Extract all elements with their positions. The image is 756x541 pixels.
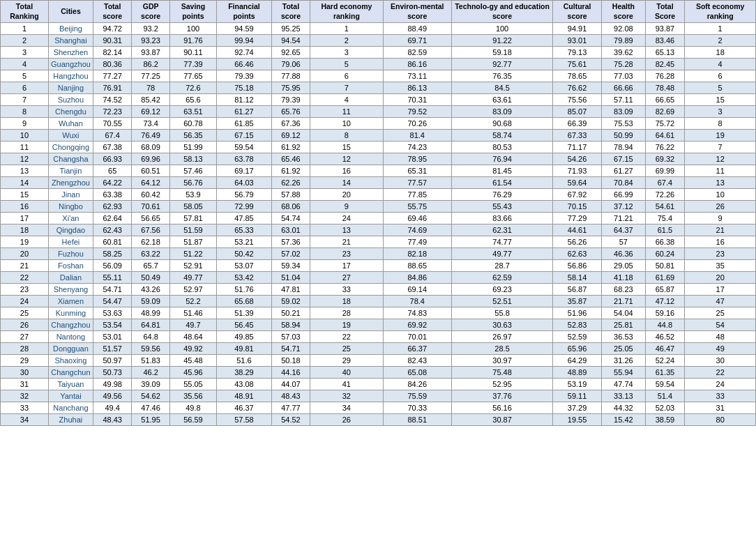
cell-7: 16: [310, 165, 383, 177]
cell-2: 82.14: [93, 47, 132, 59]
city-name: Tianjin: [48, 165, 93, 177]
cell-9: 58.74: [452, 130, 553, 142]
cell-10: 19.55: [553, 414, 602, 426]
cell-3: 51.95: [132, 414, 169, 426]
cell-11: 75.53: [602, 118, 645, 130]
cell-7: 17: [310, 260, 383, 272]
table-row: 16Ningbo62.9370.6158.0572.9968.06955.755…: [1, 201, 756, 213]
city-name: Chengdu: [48, 106, 93, 118]
cell-10: 71.17: [553, 142, 602, 153]
cell-6: 50.21: [271, 307, 310, 319]
cell-6: 54.74: [271, 213, 310, 224]
cell-4: 48.64: [169, 331, 216, 343]
cell-8: 86.16: [383, 59, 452, 70]
cell-5: 50.42: [217, 248, 272, 260]
cell-6: 54.52: [271, 414, 310, 426]
cell-11: 67.15: [602, 153, 645, 165]
city-name: Hangzhou: [48, 70, 93, 82]
cell-11: 39.62: [602, 47, 645, 59]
cell-12: 67.4: [645, 177, 685, 189]
cell-0: 15: [1, 189, 49, 201]
cell-6: 58.94: [271, 319, 310, 331]
cell-10: 56.86: [553, 260, 602, 272]
cell-0: 27: [1, 331, 49, 343]
cell-8: 81.4: [383, 130, 452, 142]
cell-8: 69.92: [383, 319, 452, 331]
cell-6: 61.92: [271, 142, 310, 153]
cell-3: 77.25: [132, 70, 169, 82]
column-header-4: Saving points: [169, 1, 216, 23]
cell-0: 28: [1, 343, 49, 355]
cell-12: 61.5: [645, 224, 685, 236]
cell-10: 44.61: [553, 224, 602, 236]
cell-9: 80.53: [452, 142, 553, 153]
cell-6: 67.36: [271, 118, 310, 130]
cell-7: 18: [310, 296, 383, 307]
table-row: 34Zhuhai48.4351.9556.5957.5854.522688.51…: [1, 414, 756, 426]
cell-5: 66.46: [217, 59, 272, 70]
city-name: Dalian: [48, 272, 93, 284]
cell-10: 52.59: [553, 331, 602, 343]
table-row: 17Xi'an62.6456.6557.8147.8554.742469.468…: [1, 213, 756, 224]
cell-6: 59.34: [271, 260, 310, 272]
column-header-11: Health score: [602, 1, 645, 23]
cell-0: 4: [1, 59, 49, 70]
cell-8: 88.65: [383, 260, 452, 272]
cell-0: 5: [1, 70, 49, 82]
cell-3: 64.8: [132, 331, 169, 343]
cell-0: 30: [1, 367, 49, 379]
cell-10: 93.01: [553, 35, 602, 47]
cell-9: 28.5: [452, 343, 553, 355]
cell-11: 92.08: [602, 23, 645, 35]
cell-0: 18: [1, 224, 49, 236]
cell-7: 22: [310, 331, 383, 343]
cell-8: 78.4: [383, 296, 452, 307]
cell-11: 15.42: [602, 414, 645, 426]
city-name: Shanghai: [48, 35, 93, 47]
cell-9: 49.77: [452, 248, 553, 260]
cell-11: 25.81: [602, 319, 645, 331]
cell-9: 84.5: [452, 82, 553, 94]
city-name: Qingdao: [48, 224, 93, 236]
table-row: 1Beijing94.7293.210094.5995.25188.491009…: [1, 23, 756, 35]
cell-10: 67.92: [553, 189, 602, 201]
cell-11: 21.71: [602, 296, 645, 307]
cell-13: 4: [685, 59, 756, 70]
cell-9: 62.59: [452, 272, 553, 284]
table-row: 29Shaoxing50.9751.8345.4851.650.182982.4…: [1, 355, 756, 367]
cell-4: 45.96: [169, 367, 216, 379]
cell-3: 70.61: [132, 201, 169, 213]
cell-3: 60.51: [132, 165, 169, 177]
cell-4: 49.77: [169, 272, 216, 284]
cell-5: 38.29: [217, 367, 272, 379]
cell-5: 92.74: [217, 47, 272, 59]
city-name: Nanchang: [48, 402, 93, 414]
table-row: 19Hefei60.8162.1851.8753.2157.362177.497…: [1, 236, 756, 248]
column-header-13: Soft economy ranking: [685, 1, 756, 23]
cell-3: 48.99: [132, 307, 169, 319]
cell-5: 56.45: [217, 319, 272, 331]
city-name: Taiyuan: [48, 379, 93, 390]
cell-4: 51.99: [169, 142, 216, 153]
cell-13: 18: [685, 47, 756, 59]
cell-0: 3: [1, 47, 49, 59]
cell-7: 33: [310, 284, 383, 296]
cell-9: 30.87: [452, 414, 553, 426]
cell-8: 82.18: [383, 248, 452, 260]
cell-3: 59.09: [132, 296, 169, 307]
cell-8: 74.83: [383, 307, 452, 319]
cell-7: 13: [310, 224, 383, 236]
cell-9: 30.63: [452, 319, 553, 331]
cell-8: 82.43: [383, 355, 452, 367]
city-name: Fuzhou: [48, 248, 93, 260]
city-name: Nanjing: [48, 82, 93, 94]
table-row: 32Yantai49.5654.6235.5648.9148.433275.59…: [1, 390, 756, 402]
cell-3: 63.22: [132, 248, 169, 260]
cell-4: 90.11: [169, 47, 216, 59]
cell-5: 53.21: [217, 236, 272, 248]
cell-4: 56.35: [169, 130, 216, 142]
city-name: Nantong: [48, 331, 93, 343]
cell-7: 7: [310, 82, 383, 94]
column-header-3: GDP score: [132, 1, 169, 23]
cell-0: 12: [1, 153, 49, 165]
